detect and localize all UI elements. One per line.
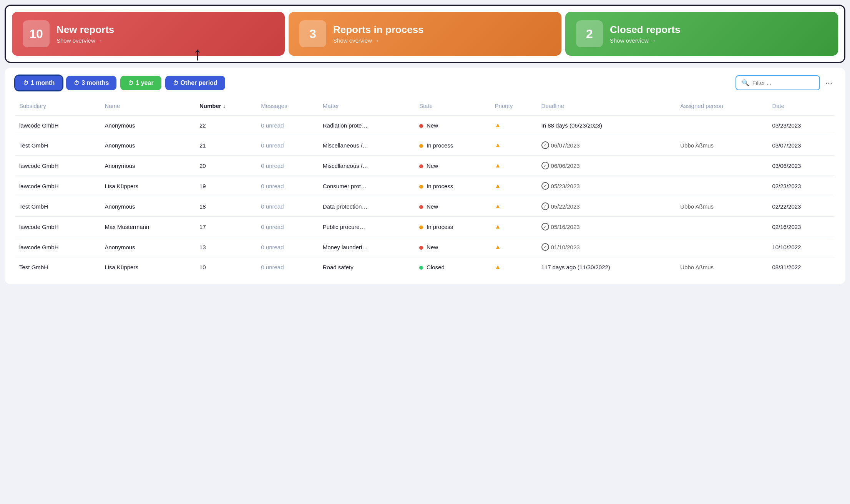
cell-subsidiary: lawcode GmbH bbox=[15, 116, 101, 135]
state-label: New bbox=[427, 122, 438, 129]
cell-matter: Public procure… bbox=[319, 217, 415, 237]
deadline-cell: ✓ 05/23/2023 bbox=[541, 182, 673, 190]
deadline-cell: 117 days ago (11/30/2022) bbox=[541, 264, 610, 270]
cell-messages: 0 unread bbox=[257, 257, 319, 277]
table-row[interactable]: Test GmbH Lisa Küppers 10 0 unread Road … bbox=[15, 257, 835, 277]
priority-arrow: ▲ bbox=[495, 264, 501, 270]
cell-subsidiary: Test GmbH bbox=[15, 257, 101, 277]
cell-matter: Money launderi… bbox=[319, 237, 415, 257]
cell-name: Anonymous bbox=[101, 135, 196, 156]
card-info-new-reports: New reports Show overview → bbox=[56, 24, 114, 44]
cell-priority: ▲ bbox=[491, 217, 538, 237]
main-content: ↑ ⏱1 month⏱3 months⏱1 year⏱Other period … bbox=[5, 68, 845, 284]
clock-icon: ⏱ bbox=[23, 80, 28, 86]
table-row[interactable]: Test GmbH Anonymous 21 0 unread Miscella… bbox=[15, 135, 835, 156]
cell-date: 03/23/2023 bbox=[768, 116, 835, 135]
state-label: Closed bbox=[427, 264, 445, 270]
priority-arrow: ▲ bbox=[495, 203, 501, 209]
cell-name: Anonymous bbox=[101, 196, 196, 217]
cell-date: 03/07/2023 bbox=[768, 135, 835, 156]
cell-assigned bbox=[676, 217, 768, 237]
filter-btn-1month[interactable]: ⏱1 month bbox=[15, 76, 62, 90]
col-label-deadline: Deadline bbox=[541, 103, 564, 109]
card-new-reports[interactable]: 10 New reports Show overview → bbox=[12, 12, 285, 56]
col-header-subsidiary[interactable]: Subsidiary bbox=[15, 99, 101, 116]
cell-state: New bbox=[415, 196, 491, 217]
cell-date: 03/06/2023 bbox=[768, 156, 835, 176]
col-header-matter[interactable]: Matter bbox=[319, 99, 415, 116]
deadline-cell: ✓ 06/06/2023 bbox=[541, 162, 673, 169]
table-row[interactable]: lawcode GmbH Max Mustermann 17 0 unread … bbox=[15, 217, 835, 237]
table-row[interactable]: lawcode GmbH Lisa Küppers 19 0 unread Co… bbox=[15, 176, 835, 196]
cell-priority: ▲ bbox=[491, 156, 538, 176]
cell-number: 19 bbox=[196, 176, 257, 196]
cell-matter: Miscellaneous /… bbox=[319, 135, 415, 156]
status-dot bbox=[419, 205, 423, 209]
cell-assigned: Ubbo Aßmus bbox=[676, 257, 768, 277]
cell-matter: Consumer prot… bbox=[319, 176, 415, 196]
reports-table: SubsidiaryNameNumber ↓MessagesMatterStat… bbox=[15, 99, 835, 277]
search-input[interactable] bbox=[752, 80, 814, 86]
col-header-date[interactable]: Date bbox=[768, 99, 835, 116]
cell-state: New bbox=[415, 116, 491, 135]
filter-label-1year: 1 year bbox=[136, 80, 153, 86]
card-title-new-reports: New reports bbox=[56, 24, 114, 36]
check-icon: ✓ bbox=[541, 223, 549, 230]
check-icon: ✓ bbox=[541, 202, 549, 210]
cell-deadline: ✓ 06/07/2023 bbox=[538, 135, 677, 156]
cell-state: In process bbox=[415, 176, 491, 196]
cell-priority: ▲ bbox=[491, 237, 538, 257]
filter-btn-3months[interactable]: ⏱3 months bbox=[66, 76, 116, 90]
priority-arrow: ▲ bbox=[495, 223, 501, 230]
col-label-number: Number ↓ bbox=[199, 103, 226, 109]
table-row[interactable]: lawcode GmbH Anonymous 22 0 unread Radia… bbox=[15, 116, 835, 135]
status-dot bbox=[419, 144, 423, 148]
cell-subsidiary: lawcode GmbH bbox=[15, 237, 101, 257]
cell-date: 02/22/2023 bbox=[768, 196, 835, 217]
card-sub-in-process: Show overview → bbox=[333, 37, 424, 44]
check-icon: ✓ bbox=[541, 243, 549, 251]
cell-assigned: Ubbo Aßmus bbox=[676, 135, 768, 156]
cell-assigned bbox=[676, 156, 768, 176]
filter-btn-other[interactable]: ⏱Other period bbox=[165, 76, 225, 90]
col-header-assigned[interactable]: Assigned person bbox=[676, 99, 768, 116]
cell-state: In process bbox=[415, 135, 491, 156]
state-label: New bbox=[427, 244, 438, 250]
more-options-button[interactable]: ··· bbox=[823, 78, 835, 88]
col-label-subsidiary: Subsidiary bbox=[19, 103, 46, 109]
priority-arrow: ▲ bbox=[495, 122, 501, 128]
cell-date: 08/31/2022 bbox=[768, 257, 835, 277]
col-header-priority[interactable]: Priority bbox=[491, 99, 538, 116]
cell-date: 02/16/2023 bbox=[768, 217, 835, 237]
col-header-state[interactable]: State bbox=[415, 99, 491, 116]
deadline-cell: ✓ 05/22/2023 bbox=[541, 202, 673, 210]
search-box: 🔍 bbox=[735, 75, 820, 90]
col-header-name[interactable]: Name bbox=[101, 99, 196, 116]
col-header-deadline[interactable]: Deadline bbox=[538, 99, 677, 116]
col-header-messages[interactable]: Messages bbox=[257, 99, 319, 116]
col-label-state: State bbox=[419, 103, 433, 109]
deadline-cell: ✓ 05/16/2023 bbox=[541, 223, 673, 230]
deadline-cell: ✓ 01/10/2023 bbox=[541, 243, 673, 251]
filter-label-3months: 3 months bbox=[81, 80, 109, 86]
card-sub-new-reports: Show overview → bbox=[56, 37, 114, 44]
cell-number: 22 bbox=[196, 116, 257, 135]
cell-matter: Radiation prote… bbox=[319, 116, 415, 135]
card-in-process[interactable]: 3 Reports in process Show overview → bbox=[289, 12, 561, 56]
cell-state: New bbox=[415, 237, 491, 257]
col-label-priority: Priority bbox=[495, 103, 513, 109]
check-icon: ✓ bbox=[541, 182, 549, 190]
status-dot bbox=[419, 246, 423, 250]
status-dot bbox=[419, 185, 423, 189]
col-label-date: Date bbox=[772, 103, 784, 109]
table-row[interactable]: lawcode GmbH Anonymous 20 0 unread Misce… bbox=[15, 156, 835, 176]
table-row[interactable]: Test GmbH Anonymous 18 0 unread Data pro… bbox=[15, 196, 835, 217]
filter-btn-1year[interactable]: ⏱1 year bbox=[120, 76, 161, 90]
top-cards-container: 10 New reports Show overview → 3 Reports… bbox=[5, 5, 845, 63]
table-row[interactable]: lawcode GmbH Anonymous 13 0 unread Money… bbox=[15, 237, 835, 257]
status-dot bbox=[419, 266, 423, 270]
col-header-number[interactable]: Number ↓ bbox=[196, 99, 257, 116]
card-closed-reports[interactable]: 2 Closed reports Show overview → bbox=[565, 12, 838, 56]
cell-messages: 0 unread bbox=[257, 116, 319, 135]
clock-icon: ⏱ bbox=[74, 80, 79, 86]
